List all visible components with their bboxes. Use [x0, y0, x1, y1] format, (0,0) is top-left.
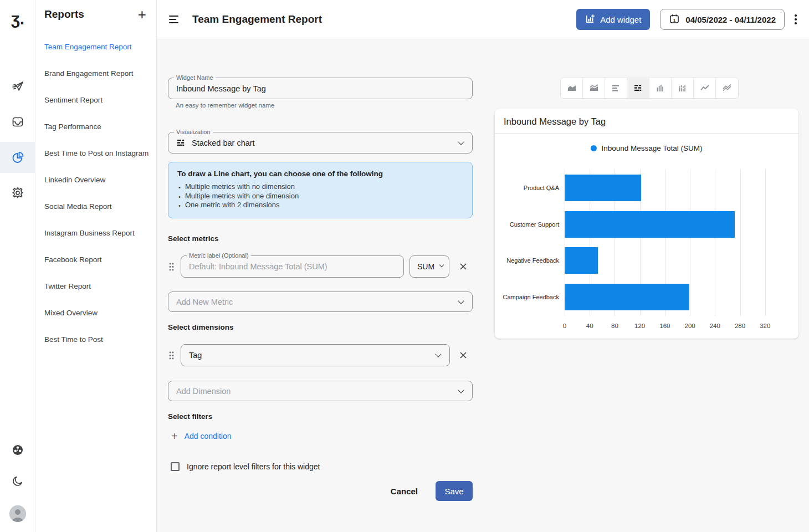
info-bullet: Multiple metrics with one dimension	[177, 192, 463, 201]
bar	[565, 247, 598, 274]
date-range-button[interactable]: 1 04/05/2022 - 04/11/2022	[660, 9, 785, 30]
add-condition-button[interactable]: + Add condition	[171, 431, 232, 441]
stacked-area-chart-icon[interactable]	[583, 78, 605, 98]
x-tick-label: 80	[611, 323, 618, 329]
gridline	[765, 169, 766, 316]
add-new-metric-select[interactable]: Add New Metric	[168, 291, 473, 312]
sidebar-item[interactable]: Team Engagement Report	[35, 33, 156, 60]
metric-label-input[interactable]	[181, 262, 403, 271]
drag-handle-icon[interactable]	[169, 351, 174, 362]
metric-label-field[interactable]: Metric label (Optional)	[181, 255, 404, 278]
x-tick-label: 160	[659, 323, 670, 329]
widget-editor: Widget Name An easy to remember widget n…	[157, 39, 809, 532]
bar-chart-icon[interactable]	[605, 78, 627, 98]
save-button[interactable]: Save	[436, 481, 473, 501]
menu-icon[interactable]	[169, 16, 180, 24]
sidebar-item[interactable]: Instagram Business Report	[35, 219, 156, 246]
select-filters-label: Select filters	[168, 412, 212, 421]
wheel-icon[interactable]	[0, 439, 35, 461]
send-icon[interactable]	[0, 75, 35, 98]
sidebar-item[interactable]: Best Time to Post	[35, 326, 156, 352]
add-chart-icon	[585, 14, 595, 25]
add-dimension-select[interactable]: Add Dimension	[168, 381, 473, 401]
remove-metric-button[interactable]	[459, 262, 468, 271]
add-report-button[interactable]: +	[138, 8, 146, 21]
plus-icon: +	[171, 431, 178, 441]
chevron-down-icon	[458, 139, 464, 145]
chart-preview-card: Inbound Message by Tag Inbound Message T…	[495, 109, 798, 339]
chart-area: Product Q&ACustomer SupportNegative Feed…	[495, 169, 798, 335]
visualization-select[interactable]: Visualization Stacked bar chart	[168, 132, 473, 154]
ignore-filters-checkbox[interactable]	[171, 462, 180, 471]
pie-chart-icon[interactable]	[0, 146, 35, 168]
icon-rail: ʒ.	[0, 0, 35, 532]
dimension-select[interactable]: Tag	[181, 344, 450, 366]
inbox-icon[interactable]	[0, 111, 35, 133]
aggregate-select[interactable]: SUM	[409, 255, 449, 278]
gridline	[740, 169, 741, 316]
widget-name-input[interactable]	[168, 84, 472, 93]
remove-dimension-button[interactable]	[459, 351, 468, 360]
chevron-down-icon	[439, 263, 444, 267]
info-bullet: One metric with 2 dimensions	[177, 201, 463, 210]
ignore-filters-label: Ignore report level filters for this wid…	[187, 462, 320, 471]
select-dimensions-label: Select dimensions	[168, 323, 234, 331]
sidebar-item[interactable]: Tag Performance	[35, 113, 156, 140]
sidebar-item[interactable]: Sentiment Report	[35, 86, 156, 113]
category-label: Negative Feedback	[495, 257, 559, 264]
bar-plot	[565, 169, 781, 316]
info-bullet: Multiple metrics with no dimension	[177, 182, 463, 192]
calendar-icon: 1	[669, 13, 680, 26]
category-label: Customer Support	[495, 221, 559, 228]
moon-icon[interactable]	[0, 470, 35, 492]
drag-handle-icon[interactable]	[169, 263, 174, 273]
stacked-column-chart-icon[interactable]	[672, 78, 694, 98]
topbar: Team Engagement Report Add widget	[157, 0, 809, 39]
ignore-filters-row: Ignore report level filters for this wid…	[171, 462, 320, 471]
category-label: Product Q&A	[495, 185, 559, 191]
bar	[565, 211, 735, 238]
kebab-menu-icon[interactable]	[795, 14, 797, 24]
gridline	[690, 169, 690, 316]
widget-name-field[interactable]: Widget Name	[168, 78, 473, 99]
sidebar-item[interactable]: Facebook Report	[35, 246, 156, 273]
gear-icon[interactable]	[0, 182, 35, 204]
add-widget-button[interactable]: Add widget	[576, 9, 650, 30]
category-axis: Product Q&ACustomer SupportNegative Feed…	[495, 169, 559, 316]
x-tick-label: 0	[563, 323, 566, 329]
x-tick-label: 320	[760, 323, 770, 329]
sidebar-item[interactable]: Twitter Report	[35, 273, 156, 299]
x-tick-label: 120	[634, 323, 645, 329]
dimension-row: Tag	[157, 344, 484, 366]
report-list: Team Engagement ReportBrand Engagement R…	[35, 33, 156, 352]
category-label: Campaign Feedback	[495, 294, 559, 300]
chevron-down-icon	[458, 298, 464, 304]
reports-sidebar: Reports + Team Engagement ReportBrand En…	[35, 0, 157, 532]
page-title: Team Engagement Report	[192, 13, 322, 25]
column-chart-icon[interactable]	[649, 78, 672, 98]
avatar[interactable]	[9, 505, 26, 522]
brand-logo[interactable]: ʒ.	[0, 8, 35, 30]
bar	[565, 284, 689, 310]
x-tick-label: 200	[684, 323, 695, 329]
stacked-bar-chart-icon[interactable]	[627, 78, 649, 98]
chevron-down-icon	[435, 351, 441, 357]
sidebar-item[interactable]: Linkedin Overview	[35, 166, 156, 193]
gridline	[715, 169, 715, 316]
sidebar-item[interactable]: Best Time to Post on Instagram	[35, 140, 156, 166]
line-chart-icon[interactable]	[694, 78, 716, 98]
sidebar-item[interactable]: Mixed Overview	[35, 299, 156, 326]
x-tick-label: 240	[710, 323, 720, 329]
sidebar-item[interactable]: Social Media Report	[35, 193, 156, 219]
chart-legend[interactable]: Inbound Message Total (SUM)	[495, 144, 798, 152]
chart-title: Inbound Message by Tag	[495, 109, 798, 127]
cancel-button[interactable]: Cancel	[391, 487, 418, 496]
multi-line-chart-icon[interactable]	[716, 78, 738, 98]
sidebar-item[interactable]: Brand Engagement Report	[35, 60, 156, 86]
info-bullets: Multiple metrics with no dimensionMultip…	[177, 182, 463, 210]
bar	[565, 175, 641, 201]
select-metrics-label: Select metrics	[168, 234, 219, 243]
chevron-down-icon	[458, 387, 464, 393]
main-area: Team Engagement Report Add widget	[157, 0, 809, 532]
area-chart-icon[interactable]	[561, 78, 583, 98]
